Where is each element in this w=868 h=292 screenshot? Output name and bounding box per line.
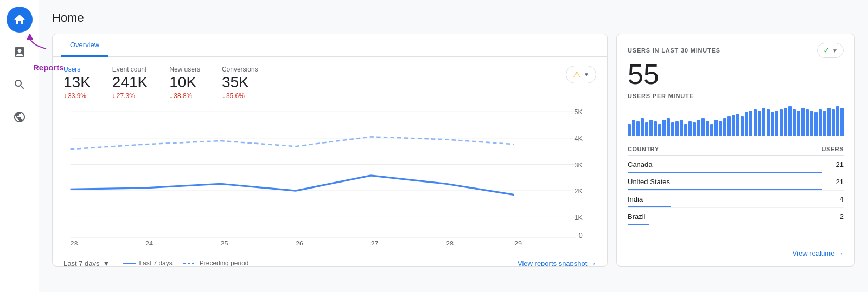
realtime-check-button[interactable]: ✓ ▼ <box>817 43 844 58</box>
svg-text:2K: 2K <box>574 187 583 195</box>
svg-text:26: 26 <box>296 240 303 245</box>
metric-new-users: New users 10K 38.8% <box>169 66 200 100</box>
bar-chart-bar <box>771 112 774 136</box>
date-range-dropdown-icon: ▼ <box>103 259 110 267</box>
country-row: India4 <box>628 191 844 208</box>
realtime-header-label: USERS IN LAST 30 MINUTES <box>628 47 720 54</box>
bar-chart-bar <box>745 112 748 136</box>
svg-text:27: 27 <box>371 240 379 245</box>
country-table: COUNTRY USERS Canada21United States21Ind… <box>628 142 844 245</box>
bar-chart-bar <box>832 109 835 137</box>
country-name: Brazil <box>628 212 646 220</box>
country-name: India <box>628 195 643 203</box>
legend-preceding: Preceding period <box>183 259 249 267</box>
check-dropdown-icon: ▼ <box>832 48 838 54</box>
users-col-header: USERS <box>822 146 844 152</box>
line-chart: 5K 4K 3K 2K 1K 0 <box>63 106 596 245</box>
country-table-header: COUNTRY USERS <box>628 142 844 156</box>
country-bar <box>628 224 649 225</box>
bar-chart-bar <box>784 108 787 136</box>
bar-chart-bar <box>658 124 661 136</box>
view-realtime-link[interactable]: View realtime → <box>793 249 844 257</box>
warning-button[interactable]: ⚠ ▼ <box>566 66 596 83</box>
bar-chart-bar <box>793 109 796 137</box>
main-content: Home Overview Users 13K 33.9% Event coun… <box>39 0 868 292</box>
country-users: 21 <box>836 178 844 186</box>
metric-users-label: Users <box>63 66 91 73</box>
sidebar: Reports <box>0 0 39 292</box>
bar-chart-bar <box>675 121 679 137</box>
legend-dashed-line <box>183 263 196 264</box>
bar-chart-bar <box>714 120 718 136</box>
bar-chart-bar <box>632 120 635 136</box>
metric-conv-value: 35K <box>222 74 258 91</box>
metric-users: Users 13K 33.9% <box>63 66 91 100</box>
country-row: Canada21 <box>628 156 844 173</box>
bar-chart-bar <box>801 108 805 136</box>
bar-chart-bar <box>754 109 757 137</box>
home-nav-icon[interactable] <box>7 7 33 33</box>
tab-overview[interactable]: Overview <box>61 34 108 57</box>
country-users: 2 <box>840 212 844 220</box>
bar-chart-bar <box>741 116 744 136</box>
advertising-nav-icon[interactable] <box>7 104 33 130</box>
check-icon: ✓ <box>823 46 830 55</box>
country-name: Canada <box>628 160 653 168</box>
bar-chart-bar <box>767 109 770 137</box>
bar-chart-bar <box>636 121 640 137</box>
bar-chart-bar <box>701 118 705 136</box>
metric-conv-label: Conversions <box>222 66 258 73</box>
chart-legend: Last 7 days Preceding period <box>123 259 248 267</box>
page-title: Home <box>52 11 855 25</box>
bar-chart-bar <box>671 122 674 136</box>
metric-event-count: Event count 241K 27.3% <box>112 66 148 100</box>
legend-last7-label: Last 7 days <box>139 259 172 267</box>
country-users: 21 <box>836 160 844 168</box>
country-row: Brazil2 <box>628 208 844 225</box>
bar-chart-bar <box>749 111 752 136</box>
metric-conv-change: 35.6% <box>222 92 258 100</box>
reports-label: Reports <box>33 63 64 72</box>
legend-last7: Last 7 days <box>123 259 172 267</box>
bar-chart-bar <box>706 121 709 137</box>
svg-text:25: 25 <box>221 240 228 245</box>
bar-chart-bar <box>680 120 683 136</box>
chart-card-body: Users 13K 33.9% Event count 241K 27.3% N… <box>53 57 607 254</box>
bar-chart-bar <box>654 121 657 137</box>
metric-event-change: 27.3% <box>112 92 148 100</box>
svg-text:4K: 4K <box>574 135 583 142</box>
chart-footer: Last 7 days ▼ Last 7 days Preceding peri… <box>53 254 607 267</box>
metrics-row: Users 13K 33.9% Event count 241K 27.3% N… <box>63 66 596 100</box>
warning-dropdown-icon: ▼ <box>584 72 589 77</box>
metric-event-label: Event count <box>112 66 148 73</box>
metric-users-value: 13K <box>63 74 91 91</box>
bar-chart-bar <box>628 124 631 136</box>
realtime-footer: View realtime → <box>628 245 844 257</box>
country-bar <box>628 189 822 190</box>
svg-text:5K: 5K <box>574 108 583 116</box>
country-users: 4 <box>840 195 844 203</box>
bar-chart-bar <box>693 122 696 136</box>
country-name: United States <box>628 178 670 186</box>
view-reports-link[interactable]: View reports snapshot → <box>518 259 596 267</box>
metric-new-value: 10K <box>169 74 200 91</box>
bar-chart-bar <box>684 124 687 136</box>
bar-chart-bar <box>697 120 700 136</box>
bar-chart-bar <box>836 106 839 136</box>
bar-chart-bar <box>649 120 653 136</box>
explore-nav-icon[interactable] <box>7 72 33 98</box>
bar-chart-bar <box>710 124 713 136</box>
bar-chart-bar <box>688 121 692 137</box>
bar-chart-bar <box>840 108 844 136</box>
bar-chart-bar <box>758 111 761 136</box>
bar-chart-bar <box>806 109 809 137</box>
svg-text:29: 29 <box>514 240 522 245</box>
chart-card: Overview Users 13K 33.9% Event count 241… <box>52 34 608 267</box>
date-range-button[interactable]: Last 7 days ▼ <box>63 259 110 267</box>
bar-chart-bar <box>727 116 731 136</box>
date-range-label: Last 7 days <box>63 259 100 267</box>
reports-arrow-icon <box>24 34 52 50</box>
chart-tabs: Overview <box>53 34 607 57</box>
bar-chart-bar <box>797 111 800 136</box>
country-bar <box>628 172 822 173</box>
